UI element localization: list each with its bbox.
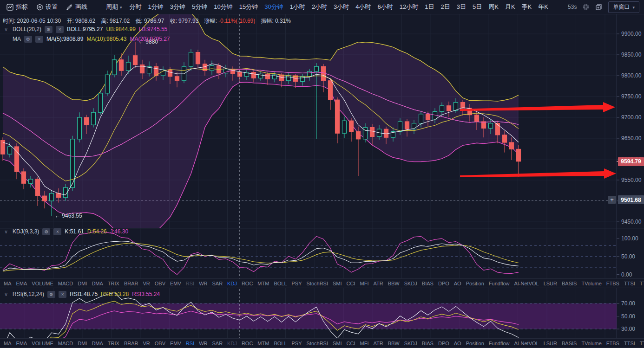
tool-gear[interactable]: 设置 (36, 3, 58, 11)
tab-sar[interactable]: SAR (212, 341, 223, 346)
tab-roc[interactable]: ROC (242, 281, 253, 286)
tab-trix[interactable]: TRIX (108, 341, 119, 346)
interval-月K[interactable]: 月K (505, 3, 515, 11)
tab-trix[interactable]: TRIX (108, 281, 119, 286)
tab-bbw[interactable]: BBW (388, 341, 400, 346)
alert-plus-button[interactable]: + (608, 196, 616, 204)
ma-settings-button[interactable]: ⚙ (24, 36, 32, 43)
tab-atr[interactable]: ATR (373, 341, 383, 346)
interval-3日[interactable]: 3日 (457, 3, 466, 11)
interval-2日[interactable]: 2日 (441, 3, 450, 11)
tab-ftbs[interactable]: FTBS (606, 341, 619, 346)
chevron-down-icon[interactable]: ∨ (3, 291, 9, 297)
tab-lsur[interactable]: LSUR (544, 341, 557, 346)
interval-30分钟[interactable]: 30分钟 (264, 3, 283, 11)
interval-分时[interactable]: 分时 (130, 3, 142, 11)
chevron-down-icon[interactable]: ∨ (3, 229, 9, 235)
interval-2小时[interactable]: 2小时 (312, 3, 327, 11)
tab-smi[interactable]: SMI (333, 281, 342, 286)
tab-ttsi[interactable]: TTSI (624, 341, 635, 346)
window-mode-button[interactable]: 单窗口 ▾ (608, 1, 639, 13)
rsi-settings-button[interactable]: ⚙ (47, 291, 55, 298)
tab-bias[interactable]: BIAS (422, 281, 434, 286)
kdj-close-button[interactable]: × (53, 228, 61, 235)
tab-dma[interactable]: DMA (92, 281, 103, 286)
tab-ao[interactable]: AO (454, 281, 461, 286)
kdj-settings-button[interactable]: ⚙ (42, 228, 50, 235)
tab-volume[interactable]: VOLUME (32, 281, 53, 286)
tab-obv[interactable]: OBV (155, 281, 165, 286)
tab-ma[interactable]: MA (4, 341, 12, 346)
tab-emv[interactable]: EMV (170, 281, 181, 286)
chevron-down-icon[interactable]: ∨ (3, 26, 9, 32)
tab-mtm[interactable]: MTM (257, 341, 269, 346)
tab-ai-netvol[interactable]: AI-NetVOL (514, 281, 539, 286)
tab-mfi[interactable]: MFI (360, 341, 369, 346)
collapse-icon[interactable] (582, 3, 590, 11)
interval-周K[interactable]: 周K (488, 3, 499, 11)
tab-stochrsi[interactable]: StochRSI (307, 341, 328, 346)
ma-close-button[interactable]: × (35, 36, 43, 43)
tab-psy[interactable]: PSY (292, 341, 302, 346)
tab-dmi[interactable]: DMI (78, 281, 87, 286)
tab-bias[interactable]: BIAS (422, 341, 434, 346)
tab-smi[interactable]: SMI (333, 341, 342, 346)
tool-chart[interactable]: 指标 (7, 3, 28, 11)
boll-close-button[interactable]: × (56, 26, 64, 33)
interval-15分钟[interactable]: 15分钟 (239, 3, 258, 11)
tab-basis[interactable]: BASIS (562, 341, 577, 346)
tab-kdj[interactable]: KDJ (227, 281, 237, 286)
period-dropdown[interactable]: 周期 ▾ (106, 3, 122, 11)
tab-macd[interactable]: MACD (58, 341, 73, 346)
tab-cci[interactable]: CCI (347, 341, 355, 346)
interval-季K[interactable]: 季K (522, 3, 532, 11)
tab-ftbs[interactable]: FTBS (606, 281, 619, 286)
tab-fundflow[interactable]: Fundflow (489, 281, 510, 286)
tab-ema[interactable]: EMA (16, 341, 27, 346)
tab-cci[interactable]: CCI (347, 281, 355, 286)
tab-emv[interactable]: EMV (170, 341, 181, 346)
tab-position[interactable]: Position (466, 341, 484, 346)
tab-roc[interactable]: ROC (242, 341, 253, 346)
tab-dmi[interactable]: DMI (78, 341, 87, 346)
tab-ao[interactable]: AO (454, 341, 461, 346)
tab-tvolume[interactable]: TVolume (581, 281, 601, 286)
tab-wr[interactable]: WR (199, 281, 207, 286)
tab-brar[interactable]: BRAR (124, 281, 138, 286)
tab-obv[interactable]: OBV (155, 341, 165, 346)
tab-skdj[interactable]: SKDJ (404, 281, 417, 286)
tab-volume[interactable]: VOLUME (32, 341, 53, 346)
tool-pen[interactable]: 画线 (66, 3, 87, 11)
tab-brar[interactable]: BRAR (124, 341, 138, 346)
tab-stochrsi[interactable]: StochRSI (307, 281, 328, 286)
interval-3小时[interactable]: 3小时 (334, 3, 349, 11)
interval-年K[interactable]: 年K (538, 3, 548, 11)
tab-ema[interactable]: EMA (16, 281, 27, 286)
tab-boll[interactable]: BOLL (274, 281, 287, 286)
interval-4小时[interactable]: 4小时 (355, 3, 371, 11)
tab-rsi[interactable]: RSI (186, 341, 194, 346)
tab-wr[interactable]: WR (199, 341, 207, 346)
interval-1日[interactable]: 1日 (425, 3, 434, 11)
interval-1分钟[interactable]: 1分钟 (148, 3, 164, 11)
tab-position[interactable]: Position (466, 281, 484, 286)
tab-ttmu[interactable]: TTMU (640, 341, 644, 346)
tab-vr[interactable]: VR (143, 341, 150, 346)
interval-10分钟[interactable]: 10分钟 (214, 3, 232, 11)
tab-ttsi[interactable]: TTSI (624, 281, 635, 286)
interval-6小时[interactable]: 6小时 (378, 3, 393, 11)
tab-fundflow[interactable]: Fundflow (489, 341, 510, 346)
tab-basis[interactable]: BASIS (562, 281, 577, 286)
boll-settings-button[interactable]: ⚙ (45, 26, 53, 33)
tab-sar[interactable]: SAR (212, 281, 223, 286)
tab-vr[interactable]: VR (143, 281, 150, 286)
tab-psy[interactable]: PSY (292, 281, 302, 286)
interval-12小时[interactable]: 12小时 (400, 3, 418, 11)
tab-mfi[interactable]: MFI (360, 281, 369, 286)
tab-dpo[interactable]: DPO (438, 281, 449, 286)
tab-dpo[interactable]: DPO (438, 341, 449, 346)
tab-mtm[interactable]: MTM (257, 281, 269, 286)
interval-1小时[interactable]: 1小时 (290, 3, 305, 11)
interval-3分钟[interactable]: 3分钟 (170, 3, 185, 11)
tab-macd[interactable]: MACD (58, 281, 73, 286)
